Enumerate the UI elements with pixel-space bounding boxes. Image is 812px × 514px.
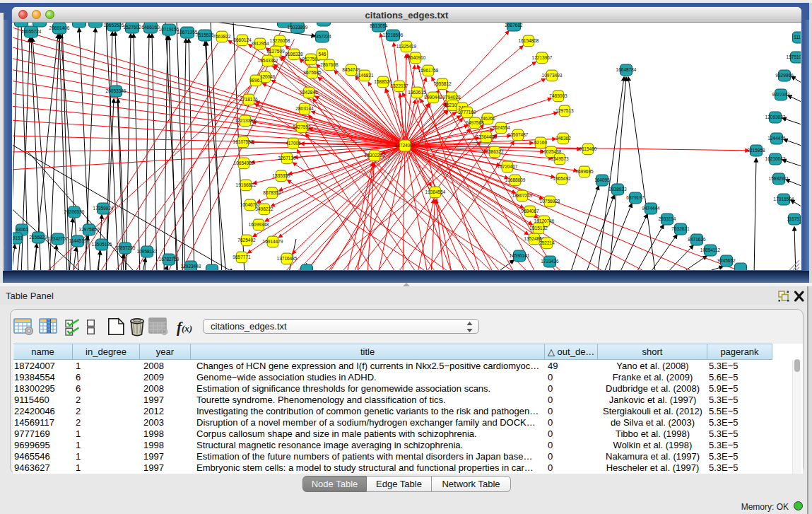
svg-text:8813054: 8813054 [370,23,388,28]
svg-text:3498222: 3498222 [255,206,273,211]
svg-text:116753: 116753 [787,216,801,221]
svg-text:1362615: 1362615 [408,90,426,95]
svg-text:16648784: 16648784 [616,67,637,72]
svg-text:7386322: 7386322 [486,149,504,154]
svg-text:19166822: 19166822 [236,182,257,187]
svg-text:3024554: 3024554 [492,125,510,130]
svg-text:12093822: 12093822 [765,115,786,119]
svg-text:8186328: 8186328 [285,52,303,57]
svg-text:9777169: 9777169 [458,110,476,115]
svg-text:1117: 1117 [794,35,801,40]
svg-text:6466160: 6466160 [141,25,160,30]
svg-text:7515526: 7515526 [196,33,214,37]
svg-text:252214: 252214 [539,240,555,245]
svg-text:12923448: 12923448 [181,264,201,269]
svg-text:1527602: 1527602 [123,25,141,30]
svg-text:17857255: 17857255 [115,245,136,250]
svg-text:17359924: 17359924 [93,206,114,211]
svg-text:16543362: 16543362 [258,58,278,63]
svg-text:1815132: 1815132 [529,226,548,230]
svg-text:7357224: 7357224 [313,34,331,39]
svg-text:2087682: 2087682 [505,23,523,28]
svg-text:16033809: 16033809 [288,25,308,30]
svg-text:(x): (x) [182,323,192,334]
svg-text:16720407: 16720407 [498,164,518,169]
svg-text:11325419: 11325419 [396,44,417,49]
svg-text:1349573: 1349573 [551,156,569,161]
svg-text:9127509: 9127509 [266,49,285,54]
svg-text:3267130: 3267130 [278,156,296,160]
svg-text:1588520: 1588520 [374,79,392,84]
svg-text:8322037: 8322037 [390,83,408,88]
svg-text:10854112: 10854112 [700,247,721,252]
svg-text:12218506: 12218506 [383,33,404,37]
svg-text:18724007: 18724007 [395,143,416,148]
svg-text:6497568: 6497568 [466,120,484,125]
svg-text:7625402: 7625402 [237,238,256,243]
svg-text:8660124: 8660124 [233,37,252,42]
svg-text:9474444: 9474444 [642,206,660,211]
svg-text:7955812: 7955812 [433,81,452,86]
svg-text:17016504: 17016504 [774,197,794,201]
svg-text:13716485: 13716485 [277,256,298,261]
svg-text:16782759: 16782759 [159,257,180,262]
svg-text:62160: 62160 [534,140,547,145]
svg-text:18807249: 18807249 [512,193,533,198]
svg-text:16107552: 16107552 [233,139,254,144]
svg-text:8938923: 8938923 [608,187,627,192]
svg-text:16961758: 16961758 [418,68,439,73]
svg-text:39151: 39151 [13,235,23,240]
svg-text:1965492: 1965492 [553,176,571,181]
svg-text:20206526: 20206526 [64,209,85,214]
svg-text:16099348: 16099348 [249,222,269,227]
svg-text:93061: 93061 [16,227,28,232]
svg-text:9329966: 9329966 [775,73,794,78]
svg-text:10653526: 10653526 [104,23,124,28]
svg-text:9684067: 9684067 [521,209,539,214]
svg-text:9794028: 9794028 [442,95,461,100]
svg-text:14536141: 14536141 [510,253,530,258]
svg-text:9657771: 9657771 [233,255,251,259]
svg-text:1144519: 1144519 [69,238,87,243]
svg-text:12213967: 12213967 [532,55,553,60]
svg-text:1244415: 1244415 [767,136,786,141]
svg-text:10688609: 10688609 [505,177,526,182]
svg-text:23364436: 23364436 [476,134,497,139]
svg-text:10654982: 10654982 [234,160,254,165]
svg-text:3912954: 3912954 [251,41,269,46]
svg-text:12213382: 12213382 [235,118,256,123]
svg-text:164095: 164095 [594,177,610,182]
svg-text:417006: 417006 [286,141,301,146]
svg-text:10671355: 10671355 [177,30,198,35]
svg-text:32975857: 32975857 [79,227,100,232]
svg-text:8454749: 8454749 [342,67,360,72]
svg-text:9245652: 9245652 [717,258,736,263]
svg-text:7632621: 7632621 [671,226,690,231]
svg-text:2718176: 2718176 [240,97,258,102]
svg-text:9115460: 9115460 [579,146,597,151]
svg-text:13505185: 13505185 [92,242,112,247]
svg-text:1733426: 1733426 [541,259,559,264]
svg-text:8678352: 8678352 [263,190,281,195]
svg-text:7663822: 7663822 [213,34,231,39]
svg-text:10756928: 10756928 [540,199,560,204]
svg-text:8990448: 8990448 [424,95,442,100]
svg-text:13226058: 13226058 [270,38,290,43]
svg-text:98961: 98961 [249,78,262,83]
svg-text:15751074: 15751074 [787,54,801,59]
svg-text:14055724: 14055724 [21,29,42,34]
svg-text:9242845: 9242845 [300,90,318,95]
svg-text:10973493: 10973493 [542,73,563,78]
svg-text:12342757: 12342757 [48,236,69,241]
svg-text:7485003: 7485003 [549,93,567,98]
svg-text:3675685: 3675685 [303,70,322,75]
svg-text:8471626: 8471626 [688,237,706,242]
svg-text:9227343: 9227343 [772,92,790,97]
svg-text:8427552: 8427552 [293,124,311,129]
svg-text:20691406: 20691406 [49,25,70,30]
svg-text:2867608: 2867608 [320,62,339,67]
svg-text:6379197: 6379197 [626,195,645,200]
svg-text:10719155: 10719155 [159,27,180,32]
svg-text:946362: 946362 [555,136,571,141]
svg-text:9699695: 9699695 [575,169,594,174]
